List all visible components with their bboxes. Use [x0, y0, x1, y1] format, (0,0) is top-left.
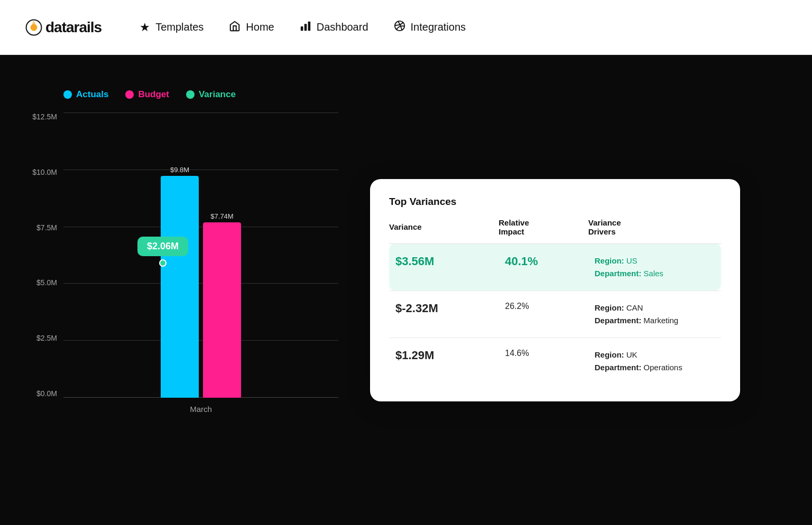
y-label-0: $0.0M	[32, 389, 63, 398]
logo[interactable]: datarails	[25, 19, 102, 36]
drivers-text-2: Region: CAN Department: Marketing	[595, 302, 715, 327]
nav-home-label: Home	[246, 21, 274, 33]
svg-rect-3	[304, 24, 307, 31]
nav-integrations[interactable]: Integrations	[394, 20, 466, 35]
table-row: $-2.32M 26.2% Region: CAN Department: Ma…	[389, 290, 721, 338]
table-row: $1.29M 14.6% Region: UK Department: Oper…	[389, 338, 721, 385]
y-axis: $0.0M $2.5M $5.0M $7.5M $10.0M $12.5M	[32, 112, 63, 414]
drivers-3: Region: UK Department: Operations	[588, 338, 721, 385]
dept-val-1: Sales	[641, 269, 663, 278]
y-label-5: $12.5M	[32, 112, 63, 121]
drivers-text-3: Region: UK Department: Operations	[595, 349, 715, 374]
star-icon: ★	[140, 21, 150, 34]
region-label-1: Region:	[595, 256, 624, 265]
drivers-2: Region: CAN Department: Marketing	[588, 290, 721, 338]
variance-value-1: $3.56M	[389, 243, 499, 290]
logo-icon	[25, 19, 42, 36]
y-label-4: $10.0M	[32, 168, 63, 176]
region-label-2: Region:	[595, 303, 624, 312]
variance-tooltip: $2.06M	[137, 237, 188, 256]
dept-val-2: Marketing	[641, 316, 678, 325]
nav-integrations-label: Integrations	[411, 21, 466, 33]
actuals-bar-group: $9.8M	[161, 166, 199, 398]
legend-actuals-label: Actuals	[76, 89, 108, 100]
variance-dot	[159, 259, 167, 267]
chart-area: Actuals Budget Variance $0.0M $2.5M $5.0…	[32, 89, 338, 491]
region-val-2: CAN	[624, 303, 643, 312]
nav-templates[interactable]: ★ Templates	[140, 21, 204, 34]
svg-rect-4	[308, 21, 310, 30]
drivers-text-1: Region: US Department: Sales	[595, 255, 715, 280]
budget-bar	[203, 222, 241, 398]
drivers-1: Region: US Department: Sales	[588, 243, 721, 290]
nav-templates-label: Templates	[155, 21, 204, 33]
dashboard-icon	[300, 20, 311, 35]
budget-bar-group: $7.74M	[203, 212, 241, 398]
logo-text: datarails	[45, 19, 102, 36]
nav-home[interactable]: Home	[229, 20, 274, 35]
panel-title: Top Variances	[389, 196, 721, 208]
bars-container: $9.8M $7.74M	[63, 112, 338, 398]
variance-value-3: $1.29M	[389, 338, 499, 385]
variance-dot-legend	[186, 90, 195, 99]
relative-impact-2: 26.2%	[499, 290, 588, 338]
region-val-3: UK	[624, 350, 638, 359]
home-icon	[229, 20, 241, 35]
chart-body: $0.0M $2.5M $5.0M $7.5M $10.0M $12.5M	[32, 112, 338, 429]
table-row: $3.56M 40.1% Region: US Department: Sale…	[389, 243, 721, 290]
legend-variance-label: Variance	[199, 89, 236, 100]
nav-dashboard[interactable]: Dashboard	[300, 20, 368, 35]
y-label-1: $2.5M	[32, 334, 63, 342]
actuals-value-label: $9.8M	[170, 166, 189, 174]
legend-budget-label: Budget	[138, 89, 169, 100]
svg-rect-2	[301, 26, 303, 30]
y-label-2: $5.0M	[32, 278, 63, 287]
actuals-dot	[63, 90, 72, 99]
actuals-bar	[161, 176, 199, 398]
table-header-row: Variance RelativeImpact VarianceDrivers	[389, 218, 721, 244]
panel-table: Variance RelativeImpact VarianceDrivers …	[389, 218, 721, 385]
budget-dot	[125, 90, 134, 99]
nav-dashboard-label: Dashboard	[317, 21, 368, 33]
dept-label-2: Department:	[595, 316, 641, 325]
legend-budget: Budget	[125, 89, 169, 100]
dept-label-3: Department:	[595, 363, 641, 372]
x-axis-label: March	[63, 405, 338, 414]
dept-label-1: Department:	[595, 269, 641, 278]
relative-impact-1: 40.1%	[499, 243, 588, 290]
dept-val-3: Operations	[641, 363, 682, 372]
col-variance: Variance	[389, 218, 499, 244]
legend-variance: Variance	[186, 89, 236, 100]
relative-impact-3: 14.6%	[499, 338, 588, 385]
region-label-3: Region:	[595, 350, 624, 359]
integrations-icon	[394, 20, 405, 35]
legend-actuals: Actuals	[63, 89, 108, 100]
variance-panel: Top Variances Variance RelativeImpact Va…	[370, 179, 740, 401]
budget-value-label: $7.74M	[210, 212, 233, 220]
col-relative-impact: RelativeImpact	[499, 218, 588, 244]
header: datarails ★ Templates Home	[0, 0, 812, 55]
nav: ★ Templates Home Dashboard	[140, 20, 787, 35]
chart-legend: Actuals Budget Variance	[32, 89, 338, 100]
variance-indicator: $2.06M	[137, 237, 188, 267]
variance-value-2: $-2.32M	[389, 290, 499, 338]
main-content: Actuals Budget Variance $0.0M $2.5M $5.0…	[0, 55, 812, 525]
y-label-3: $7.5M	[32, 223, 63, 232]
col-variance-drivers: VarianceDrivers	[588, 218, 721, 244]
region-val-1: US	[624, 256, 638, 265]
